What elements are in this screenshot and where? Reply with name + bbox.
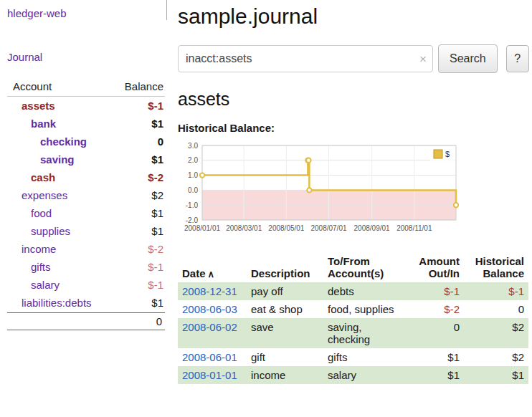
transaction-date-link[interactable]: 2008-06-02 [182,321,237,333]
transaction-description: pay off [247,282,323,300]
account-balance: 0 [158,135,163,148]
transaction-accounts: salary [323,366,408,384]
column-header-amount: Amount Out/In [408,254,464,282]
account-link-bank[interactable]: bank [31,118,56,130]
account-row: checking0 [7,133,165,150]
help-button[interactable]: ? [506,45,529,72]
data-point-marker [454,203,458,207]
account-balance: $1 [151,153,163,166]
account-link-food[interactable]: food [31,207,52,219]
nav-journal-link[interactable]: Journal [7,51,176,63]
svg-text:2008/07/01: 2008/07/01 [310,224,346,232]
account-row: gifts$-1 [7,258,165,276]
main-content: sample.journal × Search ? assets Histori… [178,0,531,384]
register-row: 2008-06-03eat & shopfood, supplies$-20 [178,300,528,318]
account-link-checking[interactable]: checking [40,135,87,148]
account-balance: $1 [151,118,163,130]
transaction-date-cell: 2008-06-01 [178,348,247,366]
svg-text:-1.0: -1.0 [186,201,199,209]
balance-chart: 3.02.01.00.0-1.0-2.02008/01/012008/03/01… [178,140,531,242]
svg-text:2008/11/01: 2008/11/01 [396,224,432,232]
transaction-amount: $-2 [408,300,464,318]
transaction-amount: $-1 [408,282,464,300]
transaction-date-link[interactable]: 2008-06-03 [182,303,237,315]
register-row: 2008-06-02savesaving, checking0$2 [178,318,528,348]
svg-text:-2.0: -2.0 [186,216,199,224]
transaction-date-link[interactable]: 2008-01-01 [182,369,237,381]
account-balance: $2 [151,189,163,201]
account-balance: $1 [151,225,163,237]
account-link-assets[interactable]: assets [22,100,55,112]
data-point-marker [200,173,204,177]
register-table-body: 2008-12-31pay offdebts$-1$-12008-06-03ea… [178,282,528,384]
transaction-amount: $1 [408,366,464,384]
transaction-accounts: debts [323,282,408,300]
search-button[interactable]: Search [438,44,498,73]
accounts-panel: Account Balance assets$-1bank$1checking0… [7,80,176,330]
accounts-header-account: Account [13,80,52,92]
column-header-description: Description [247,254,323,282]
accounts-list: assets$-1bank$1checking0saving$1cash$-2e… [7,97,165,312]
clear-search-icon[interactable]: × [419,53,427,65]
column-header-date[interactable]: Date∧ [178,254,247,282]
balance-chart-svg: 3.02.01.00.0-1.0-2.02008/01/012008/03/01… [178,140,460,240]
search-input[interactable] [178,45,433,72]
transaction-balance: $-1 [464,282,528,300]
panel-divider [166,0,167,20]
account-row: cash$-2 [7,168,165,186]
account-link-saving[interactable]: saving [40,153,75,166]
sort-ascending-icon: ∧ [208,269,215,279]
account-link-supplies[interactable]: supplies [31,225,70,237]
chart-title: Historical Balance: [178,122,531,134]
transaction-balance: $2 [464,318,528,348]
transaction-date-cell: 2008-06-02 [178,318,247,348]
transaction-description: income [247,366,323,384]
svg-text:2.0: 2.0 [188,156,198,164]
account-link-liabilities-debts[interactable]: liabilities:debts [22,297,92,309]
register-table: Date∧ Description To/From Account(s) Amo… [178,254,528,384]
svg-text:3.0: 3.0 [188,142,198,150]
account-row: expenses$2 [7,186,165,204]
transaction-date-link[interactable]: 2008-06-01 [182,351,237,363]
svg-text:2008/09/01: 2008/09/01 [354,224,390,232]
transaction-description: save [247,318,323,348]
chart-legend: $ [430,148,455,161]
svg-text:1.0: 1.0 [188,171,198,179]
account-row: liabilities:debts$1 [7,294,165,312]
transaction-accounts: saving, checking [323,318,408,348]
register-table-header: Date∧ Description To/From Account(s) Amo… [178,254,528,282]
transaction-amount: $1 [408,348,464,366]
svg-text:2008/01/01: 2008/01/01 [184,224,220,232]
account-link-income[interactable]: income [22,243,56,255]
account-link-expenses[interactable]: expenses [22,189,67,201]
accounts-total-value: 0 [156,315,162,327]
transaction-date-cell: 2008-01-01 [178,366,247,384]
account-balance: $1 [151,297,163,309]
accounts-header: Account Balance [7,80,165,97]
account-balance: $1 [151,207,163,219]
transaction-description: gift [247,348,323,366]
account-row: income$-2 [7,240,165,258]
transaction-date-cell: 2008-06-03 [178,300,247,318]
search-box: × [178,45,433,72]
transaction-accounts: gifts [323,348,408,366]
svg-text:2008/03/01: 2008/03/01 [226,224,262,232]
account-link-salary[interactable]: salary [31,279,60,291]
account-balance: $-1 [148,261,163,273]
register-row: 2008-06-01giftgifts$1$2 [178,348,528,366]
register-row: 2008-01-01incomesalary$1$1 [178,366,528,384]
transaction-date-link[interactable]: 2008-12-31 [182,285,237,297]
transaction-balance: 0 [464,300,528,318]
account-link-gifts[interactable]: gifts [31,261,51,273]
account-link-cash[interactable]: cash [31,171,55,183]
account-row: supplies$1 [7,222,165,240]
transaction-balance: $1 [464,366,528,384]
brand-link[interactable]: hledger-web [7,7,67,19]
transaction-accounts: food, supplies [323,300,408,318]
data-point-marker [306,158,310,163]
legend-label: $ [445,150,450,158]
data-point-marker [307,188,311,192]
account-row: saving$1 [7,150,165,168]
accounts-header-balance: Balance [125,80,163,92]
account-row: food$1 [7,204,165,222]
